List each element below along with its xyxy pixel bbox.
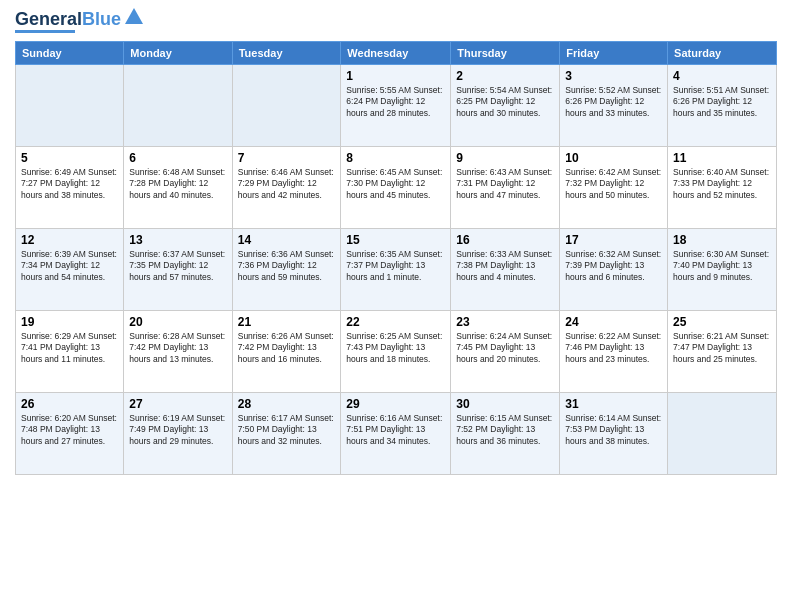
day-number: 21	[238, 315, 336, 329]
day-info: Sunrise: 6:32 AM Sunset: 7:39 PM Dayligh…	[565, 249, 662, 283]
day-info: Sunrise: 6:33 AM Sunset: 7:38 PM Dayligh…	[456, 249, 554, 283]
header: GeneralBlue	[15, 10, 777, 33]
day-number: 14	[238, 233, 336, 247]
calendar-cell: 7Sunrise: 6:46 AM Sunset: 7:29 PM Daylig…	[232, 147, 341, 229]
day-info: Sunrise: 6:22 AM Sunset: 7:46 PM Dayligh…	[565, 331, 662, 365]
logo: GeneralBlue	[15, 10, 145, 33]
calendar-cell: 1Sunrise: 5:55 AM Sunset: 6:24 PM Daylig…	[341, 65, 451, 147]
weekday-header-row: SundayMondayTuesdayWednesdayThursdayFrid…	[16, 42, 777, 65]
calendar-cell: 26Sunrise: 6:20 AM Sunset: 7:48 PM Dayli…	[16, 393, 124, 475]
day-info: Sunrise: 6:28 AM Sunset: 7:42 PM Dayligh…	[129, 331, 226, 365]
day-info: Sunrise: 6:29 AM Sunset: 7:41 PM Dayligh…	[21, 331, 118, 365]
day-info: Sunrise: 6:36 AM Sunset: 7:36 PM Dayligh…	[238, 249, 336, 283]
day-info: Sunrise: 6:14 AM Sunset: 7:53 PM Dayligh…	[565, 413, 662, 447]
day-number: 15	[346, 233, 445, 247]
day-info: Sunrise: 6:42 AM Sunset: 7:32 PM Dayligh…	[565, 167, 662, 201]
logo-text: GeneralBlue	[15, 10, 121, 28]
day-info: Sunrise: 6:35 AM Sunset: 7:37 PM Dayligh…	[346, 249, 445, 283]
calendar-cell: 25Sunrise: 6:21 AM Sunset: 7:47 PM Dayli…	[668, 311, 777, 393]
day-info: Sunrise: 6:43 AM Sunset: 7:31 PM Dayligh…	[456, 167, 554, 201]
calendar-cell: 21Sunrise: 6:26 AM Sunset: 7:42 PM Dayli…	[232, 311, 341, 393]
day-info: Sunrise: 6:46 AM Sunset: 7:29 PM Dayligh…	[238, 167, 336, 201]
calendar-cell: 2Sunrise: 5:54 AM Sunset: 6:25 PM Daylig…	[451, 65, 560, 147]
calendar-week-row: 19Sunrise: 6:29 AM Sunset: 7:41 PM Dayli…	[16, 311, 777, 393]
day-number: 9	[456, 151, 554, 165]
day-number: 28	[238, 397, 336, 411]
calendar-cell: 8Sunrise: 6:45 AM Sunset: 7:30 PM Daylig…	[341, 147, 451, 229]
day-info: Sunrise: 6:19 AM Sunset: 7:49 PM Dayligh…	[129, 413, 226, 447]
calendar-cell	[16, 65, 124, 147]
day-number: 23	[456, 315, 554, 329]
day-number: 22	[346, 315, 445, 329]
calendar-cell: 3Sunrise: 5:52 AM Sunset: 6:26 PM Daylig…	[560, 65, 668, 147]
day-info: Sunrise: 6:16 AM Sunset: 7:51 PM Dayligh…	[346, 413, 445, 447]
day-info: Sunrise: 6:30 AM Sunset: 7:40 PM Dayligh…	[673, 249, 771, 283]
day-info: Sunrise: 5:54 AM Sunset: 6:25 PM Dayligh…	[456, 85, 554, 119]
day-number: 1	[346, 69, 445, 83]
day-number: 16	[456, 233, 554, 247]
calendar-cell: 6Sunrise: 6:48 AM Sunset: 7:28 PM Daylig…	[124, 147, 232, 229]
day-number: 26	[21, 397, 118, 411]
calendar-cell: 11Sunrise: 6:40 AM Sunset: 7:33 PM Dayli…	[668, 147, 777, 229]
day-number: 27	[129, 397, 226, 411]
day-info: Sunrise: 6:26 AM Sunset: 7:42 PM Dayligh…	[238, 331, 336, 365]
calendar-cell: 20Sunrise: 6:28 AM Sunset: 7:42 PM Dayli…	[124, 311, 232, 393]
calendar-cell: 22Sunrise: 6:25 AM Sunset: 7:43 PM Dayli…	[341, 311, 451, 393]
calendar-cell: 12Sunrise: 6:39 AM Sunset: 7:34 PM Dayli…	[16, 229, 124, 311]
day-info: Sunrise: 6:15 AM Sunset: 7:52 PM Dayligh…	[456, 413, 554, 447]
day-number: 3	[565, 69, 662, 83]
day-info: Sunrise: 6:25 AM Sunset: 7:43 PM Dayligh…	[346, 331, 445, 365]
day-info: Sunrise: 5:55 AM Sunset: 6:24 PM Dayligh…	[346, 85, 445, 119]
calendar-cell: 16Sunrise: 6:33 AM Sunset: 7:38 PM Dayli…	[451, 229, 560, 311]
day-info: Sunrise: 6:20 AM Sunset: 7:48 PM Dayligh…	[21, 413, 118, 447]
weekday-header-saturday: Saturday	[668, 42, 777, 65]
day-number: 10	[565, 151, 662, 165]
day-number: 12	[21, 233, 118, 247]
day-number: 2	[456, 69, 554, 83]
weekday-header-wednesday: Wednesday	[341, 42, 451, 65]
weekday-header-friday: Friday	[560, 42, 668, 65]
calendar-cell: 24Sunrise: 6:22 AM Sunset: 7:46 PM Dayli…	[560, 311, 668, 393]
weekday-header-thursday: Thursday	[451, 42, 560, 65]
day-info: Sunrise: 6:40 AM Sunset: 7:33 PM Dayligh…	[673, 167, 771, 201]
day-number: 30	[456, 397, 554, 411]
day-number: 29	[346, 397, 445, 411]
day-number: 7	[238, 151, 336, 165]
weekday-header-tuesday: Tuesday	[232, 42, 341, 65]
calendar-cell: 23Sunrise: 6:24 AM Sunset: 7:45 PM Dayli…	[451, 311, 560, 393]
day-info: Sunrise: 6:39 AM Sunset: 7:34 PM Dayligh…	[21, 249, 118, 283]
calendar-cell: 28Sunrise: 6:17 AM Sunset: 7:50 PM Dayli…	[232, 393, 341, 475]
logo-line	[15, 30, 75, 33]
calendar-cell: 29Sunrise: 6:16 AM Sunset: 7:51 PM Dayli…	[341, 393, 451, 475]
day-info: Sunrise: 6:17 AM Sunset: 7:50 PM Dayligh…	[238, 413, 336, 447]
svg-marker-0	[125, 8, 143, 24]
day-number: 5	[21, 151, 118, 165]
calendar-week-row: 1Sunrise: 5:55 AM Sunset: 6:24 PM Daylig…	[16, 65, 777, 147]
day-info: Sunrise: 5:51 AM Sunset: 6:26 PM Dayligh…	[673, 85, 771, 119]
calendar-cell: 14Sunrise: 6:36 AM Sunset: 7:36 PM Dayli…	[232, 229, 341, 311]
calendar-cell: 4Sunrise: 5:51 AM Sunset: 6:26 PM Daylig…	[668, 65, 777, 147]
day-number: 11	[673, 151, 771, 165]
page: GeneralBlue SundayMondayTuesdayWednesday…	[0, 0, 792, 612]
day-info: Sunrise: 6:21 AM Sunset: 7:47 PM Dayligh…	[673, 331, 771, 365]
day-number: 25	[673, 315, 771, 329]
day-info: Sunrise: 6:49 AM Sunset: 7:27 PM Dayligh…	[21, 167, 118, 201]
day-number: 13	[129, 233, 226, 247]
calendar-cell: 17Sunrise: 6:32 AM Sunset: 7:39 PM Dayli…	[560, 229, 668, 311]
calendar-cell: 5Sunrise: 6:49 AM Sunset: 7:27 PM Daylig…	[16, 147, 124, 229]
calendar-cell: 31Sunrise: 6:14 AM Sunset: 7:53 PM Dayli…	[560, 393, 668, 475]
day-number: 24	[565, 315, 662, 329]
calendar-cell	[124, 65, 232, 147]
day-number: 20	[129, 315, 226, 329]
day-number: 8	[346, 151, 445, 165]
day-info: Sunrise: 6:24 AM Sunset: 7:45 PM Dayligh…	[456, 331, 554, 365]
calendar-cell: 19Sunrise: 6:29 AM Sunset: 7:41 PM Dayli…	[16, 311, 124, 393]
day-number: 6	[129, 151, 226, 165]
day-number: 19	[21, 315, 118, 329]
calendar-table: SundayMondayTuesdayWednesdayThursdayFrid…	[15, 41, 777, 475]
day-number: 17	[565, 233, 662, 247]
calendar-cell	[232, 65, 341, 147]
calendar-cell: 30Sunrise: 6:15 AM Sunset: 7:52 PM Dayli…	[451, 393, 560, 475]
day-info: Sunrise: 5:52 AM Sunset: 6:26 PM Dayligh…	[565, 85, 662, 119]
calendar-week-row: 26Sunrise: 6:20 AM Sunset: 7:48 PM Dayli…	[16, 393, 777, 475]
